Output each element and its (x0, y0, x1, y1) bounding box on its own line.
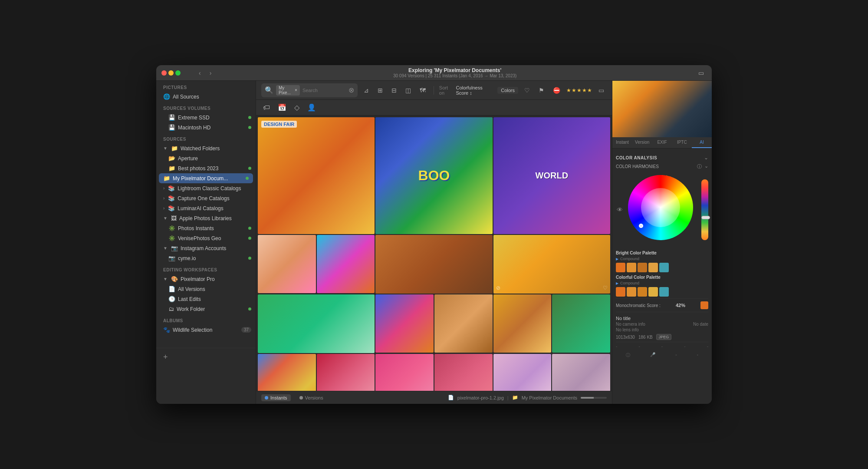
colorful-palette-row: Colorful Color Palette ▶ Compound (616, 275, 708, 297)
tab-version[interactable]: Version (632, 137, 652, 148)
sidebar-item-luminar[interactable]: › 📚 LuminarAI Catalogs (156, 203, 256, 213)
colors-dropdown[interactable]: Colors (497, 87, 518, 94)
photo-grid-area[interactable]: DESIGN FAIR BOO WORLD (256, 116, 612, 391)
instants-tab[interactable]: Instants (261, 394, 291, 401)
photo-cell-2[interactable]: BOO (375, 117, 492, 234)
color-harmonies-title: COLOR HARMONIES (616, 164, 659, 169)
sidebar-item-pixelmator-pro[interactable]: ▼ 🎨 Pixelmator Pro (156, 274, 256, 284)
color-analysis-toggle[interactable]: ⌄ (704, 155, 708, 161)
panel-content: COLOR ANALYSIS ⌄ COLOR HARMONIES ⓘ ⌄ 👁 (612, 149, 712, 404)
filter-button[interactable]: ⊿ (361, 85, 372, 96)
tag-filter-button[interactable]: 🏷 (261, 103, 272, 112)
sidebar-item-best-photos[interactable]: 📁 Best photos 2023 (156, 163, 256, 173)
photo-overlay-8 (258, 294, 375, 353)
search-input[interactable] (302, 88, 346, 93)
sidebar-toggle-button[interactable]: ▭ (696, 68, 707, 78)
favorite-button[interactable]: ♡ (522, 85, 533, 96)
forward-button[interactable]: › (207, 69, 214, 77)
photo-cell-12[interactable] (552, 294, 610, 353)
photo-cell-4[interactable] (258, 235, 316, 293)
photo-cell-6[interactable] (375, 235, 492, 294)
photo-cell-16[interactable] (434, 354, 493, 391)
list-view-button[interactable]: ⊟ (389, 85, 399, 96)
all-versions-icon: 📄 (168, 286, 175, 292)
sidebar-item-extreme-ssd[interactable]: 💾 Extreme SSD (156, 112, 256, 122)
clear-search-icon[interactable]: ⊗ (349, 86, 354, 94)
sidebar-item-all-versions[interactable]: 📄 All Versions (156, 284, 256, 294)
watched-folders-label: Watched Folders (181, 145, 251, 152)
photo-cell-10[interactable] (434, 294, 493, 353)
tab-iptc[interactable]: IPTC (672, 137, 692, 148)
minimize-button[interactable] (168, 70, 174, 76)
photo-cell-18[interactable] (552, 354, 610, 391)
lens-info-label: No lens info (616, 327, 639, 332)
photo-cell-13[interactable] (258, 354, 316, 391)
instagram-label: Instagram Accounts (181, 245, 251, 251)
sidebar-item-last-edits[interactable]: 🕒 Last Edits (156, 294, 256, 304)
photo-cell-5[interactable] (317, 235, 375, 293)
sidebar-item-macintosh-hd[interactable]: 💾 Macintosh HD (156, 122, 256, 132)
color-wheel[interactable] (628, 175, 693, 240)
last-edits-label: Last Edits (178, 296, 251, 302)
photo-overlay-16 (434, 354, 493, 391)
photo-cell-17[interactable] (493, 354, 552, 391)
add-source-button[interactable]: + (163, 353, 168, 362)
harmonies-toggle[interactable]: ⌄ (704, 163, 708, 170)
star-rating[interactable]: ★★★★★ (566, 87, 592, 93)
color-slider-thumb (701, 216, 710, 219)
photo-cell-11[interactable] (493, 294, 552, 353)
search-tag[interactable]: My Pixe... × (276, 85, 300, 96)
tab-instant[interactable]: Instant (612, 137, 632, 148)
photos-instants-label: Photos Instants (178, 225, 246, 231)
back-button[interactable]: ‹ (196, 69, 204, 77)
sidebar-item-all-sources[interactable]: 🌐 All Sources (156, 92, 256, 102)
photo-cell-3[interactable]: WORLD (493, 117, 610, 234)
bright-play-icon[interactable]: ▶ (616, 257, 618, 261)
right-panel: Instant Version EXIF IPTC AI COLOR ANALY… (612, 81, 712, 404)
grid-view-button[interactable]: ⊞ (375, 85, 385, 96)
eye-button[interactable]: 👁 (616, 205, 624, 214)
sidebar-item-instagram[interactable]: ▼ 📷 Instagram Accounts (156, 243, 256, 253)
sidebar-item-capture-one[interactable]: › 📚 Capture One Catalogs (156, 193, 256, 203)
sidebar-item-cyme[interactable]: 📷 cyme.io (156, 253, 256, 263)
photo-overlay-4 (258, 235, 316, 293)
sort-value[interactable]: Colorfulness Score ↕ (456, 85, 494, 96)
right-panel-toggle[interactable]: ▭ (596, 85, 607, 96)
tab-ai[interactable]: AI (692, 137, 712, 148)
main-toolbar: 🔍 My Pixe... × ⊗ ⊿ ⊞ ⊟ ◫ 🗺 Sort on Color… (256, 81, 612, 100)
sidebar-item-venise[interactable]: ✳️ VenisePhotos Geo (156, 233, 256, 243)
photo-cell-7[interactable]: ⊘ ♡ (493, 235, 610, 294)
search-tag-close[interactable]: × (295, 88, 297, 92)
calendar-filter-button[interactable]: 📅 (276, 102, 288, 112)
photo-cell-14[interactable] (317, 354, 375, 391)
sidebar-item-lightroom[interactable]: › 📚 Lightroom Classic Catalogs (156, 183, 256, 193)
photo-cell-8[interactable] (258, 294, 375, 353)
split-view-button[interactable]: ◫ (403, 85, 414, 96)
sidebar-item-work-folder[interactable]: 🗂 Work Folder (156, 304, 256, 314)
person-filter-button[interactable]: 👤 (306, 102, 318, 112)
reject-button[interactable]: ⛔ (550, 85, 563, 96)
versions-tab[interactable]: Versions (296, 394, 327, 401)
tab-exif[interactable]: EXIF (652, 137, 672, 148)
search-bar[interactable]: 🔍 My Pixe... × ⊗ (261, 83, 358, 97)
sidebar-item-watched-folders[interactable]: ▼ 📁 Watched Folders (156, 143, 256, 153)
color-slider[interactable] (701, 179, 708, 240)
sidebar-item-apple-photos[interactable]: ▼ 🖼 Apple Photos Libraries (156, 213, 256, 223)
shape-filter-button[interactable]: ◇ (293, 102, 301, 112)
sidebar-item-wildlife[interactable]: 🐾 Wildlife Selection 37 (156, 325, 256, 335)
cyme-status (248, 257, 251, 260)
close-button[interactable] (161, 70, 167, 76)
maximize-button[interactable] (175, 70, 181, 76)
sidebar-item-my-pixelmator[interactable]: 📁 My Pixelmator Docum... (159, 173, 253, 183)
colorful-play-icon[interactable]: ▶ (616, 281, 618, 285)
map-view-button[interactable]: 🗺 (417, 85, 428, 96)
info-icon[interactable]: ⓘ (697, 163, 702, 170)
sidebar-item-aperture[interactable]: 📂 Aperture (156, 153, 256, 163)
drive-icon: 💾 (168, 114, 175, 121)
photo-cell-15[interactable] (375, 354, 434, 391)
photo-cell-1[interactable]: DESIGN FAIR (258, 117, 375, 234)
sidebar-item-photos-instants[interactable]: ✳️ Photos Instants (156, 223, 256, 233)
file-date: No date (693, 322, 708, 327)
flag-button[interactable]: ⚑ (536, 85, 547, 96)
photo-cell-9[interactable] (375, 294, 434, 353)
